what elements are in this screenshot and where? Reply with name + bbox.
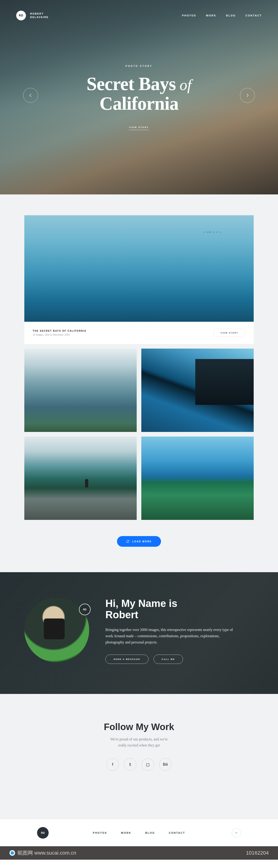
follow-heading: Follow My Work: [0, 722, 278, 732]
hero-title-line2: California: [0, 93, 278, 114]
facebook-button[interactable]: f: [106, 758, 119, 771]
source-site: 昵图网 www.sucai.com.cn: [18, 849, 76, 857]
nav-blog[interactable]: BLOG: [226, 14, 236, 17]
nav-photos[interactable]: PHOTOS: [182, 14, 196, 17]
about-body: Bringing together over 2000 images, this…: [105, 627, 235, 646]
source-id: 10162204: [246, 850, 269, 856]
twitter-button[interactable]: 𝕥: [124, 758, 136, 771]
about-heading-line1: Hi, My Name is: [105, 598, 177, 609]
nav-work[interactable]: WORK: [206, 14, 216, 17]
birds-decor-icon: ˇ ˇˇˇ ˇ ˇ ˇ: [203, 231, 221, 236]
source-favicon-icon: [9, 850, 15, 856]
footer-nav-contact[interactable]: CONTACT: [169, 831, 185, 834]
load-more-label: LOAD MORE: [132, 540, 152, 543]
load-more-button[interactable]: LOAD MORE: [117, 536, 161, 547]
logo-line2: DELAVAIRE: [30, 16, 49, 19]
about-heading: Hi, My Name is Robert: [105, 598, 235, 621]
nav-contact[interactable]: CONTACT: [246, 14, 262, 17]
featured-meta: THE SECRET BAYS OF CALIFORNIA 12 Images …: [24, 322, 254, 344]
follow-section: Follow My Work We're proud of our produc…: [0, 694, 278, 819]
logo[interactable]: RD ROBERT DELAVAIRE: [16, 11, 49, 20]
behance-icon: Bē: [163, 762, 168, 767]
refresh-icon: [126, 540, 130, 543]
logo-badge: RD: [16, 11, 26, 20]
call-me-button[interactable]: CALL ME: [154, 655, 183, 664]
send-message-button[interactable]: SEND A MESSAGE: [105, 655, 148, 664]
footer-logo[interactable]: RD: [37, 827, 49, 839]
person-silhouette-icon: [85, 479, 88, 488]
gallery-thumb[interactable]: [24, 437, 137, 520]
hero-headline: PHOTO STORY Secret Bays of California VI…: [0, 65, 278, 130]
logo-line1: ROBERT: [30, 12, 49, 16]
scroll-to-top-button[interactable]: [232, 828, 241, 837]
social-row: f 𝕥 ▢ Bē: [0, 758, 278, 771]
instagram-button[interactable]: ▢: [142, 758, 154, 771]
follow-sub-line1: We're proud of our products, and we're: [110, 737, 168, 741]
twitter-icon: 𝕥: [129, 762, 131, 767]
hero: RD ROBERT DELAVAIRE PHOTOS WORK BLOG CON…: [0, 0, 278, 194]
featured-date: Shot in December, 2014: [45, 334, 70, 336]
hero-title-line1: Secret Bays: [86, 73, 175, 94]
logo-text: ROBERT DELAVAIRE: [30, 12, 49, 19]
hero-title-of: of: [176, 76, 192, 93]
source-bar: 昵图网 www.sucai.com.cn 10162204: [0, 846, 278, 860]
featured-count: 12 Images: [33, 334, 44, 336]
follow-sub: We're proud of our products, and we're r…: [0, 736, 278, 748]
featured-title: THE SECRET BAYS OF CALIFORNIA: [33, 330, 86, 332]
footer-nav-work[interactable]: WORK: [121, 831, 131, 834]
about-section: RD Hi, My Name is Robert Bringing togeth…: [0, 572, 278, 694]
featured-image[interactable]: ˇ ˇˇˇ ˇ ˇ ˇ: [24, 215, 254, 322]
gallery-section: ˇ ˇˇˇ ˇ ˇ ˇ THE SECRET BAYS OF CALIFORNI…: [0, 194, 278, 572]
footer-nav-photos[interactable]: PHOTOS: [93, 831, 107, 834]
top-nav: RD ROBERT DELAVAIRE PHOTOS WORK BLOG CON…: [0, 0, 278, 20]
svg-point-1: [10, 851, 14, 855]
chevron-up-icon: [235, 831, 238, 834]
follow-sub-line2: really excited when they get: [118, 743, 160, 747]
gallery-grid: [24, 349, 254, 520]
gallery-thumb[interactable]: [141, 349, 254, 432]
avatar-wrap: RD: [24, 598, 89, 662]
view-story-button[interactable]: VIEW STORY: [213, 329, 245, 337]
gallery-thumb[interactable]: [141, 437, 254, 520]
hero-view-story-link[interactable]: VIEW STORY: [129, 126, 149, 130]
footer-nav: RD PHOTOS WORK BLOG CONTACT: [0, 819, 278, 846]
hero-eyebrow: PHOTO STORY: [0, 65, 278, 67]
instagram-icon: ▢: [146, 762, 150, 767]
gallery-thumb[interactable]: [24, 349, 137, 432]
behance-button[interactable]: Bē: [159, 758, 172, 771]
nav-links: PHOTOS WORK BLOG CONTACT: [182, 14, 262, 17]
about-heading-line2: Robert: [105, 609, 138, 620]
facebook-icon: f: [112, 762, 113, 767]
footer-nav-blog[interactable]: BLOG: [145, 831, 155, 834]
avatar-badge: RD: [79, 604, 90, 615]
